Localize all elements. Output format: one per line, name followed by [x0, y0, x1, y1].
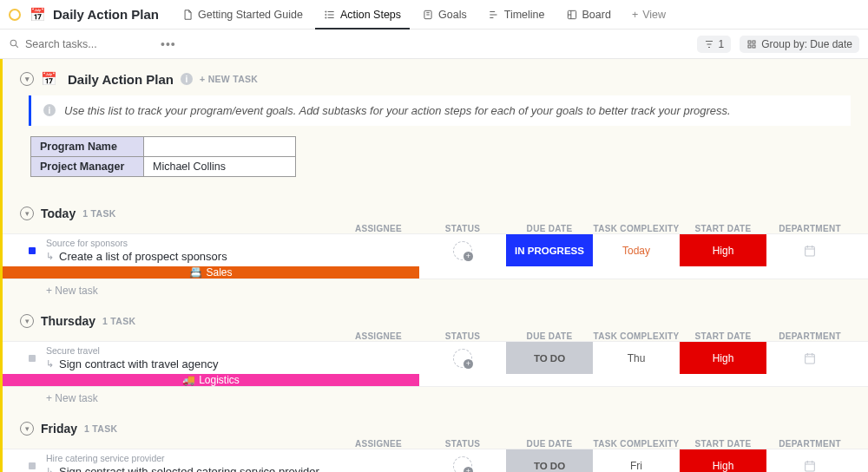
col-due-date: DUE DATE	[506, 331, 593, 341]
status-cell[interactable]: IN PROGRESS	[506, 234, 593, 266]
assignee-cell[interactable]	[419, 342, 506, 374]
col-assignee: ASSIGNEE	[3, 331, 419, 341]
svg-point-0	[326, 10, 326, 11]
subtask-icon: ↳	[46, 466, 54, 472]
column-headers: ASSIGNEESTATUSDUE DATETASK COMPLEXITYSTA…	[3, 439, 868, 449]
department-cell[interactable]: 🚚Logistics	[3, 374, 419, 386]
col-department: DEPARTMENT	[766, 439, 853, 449]
col-start-date: START DATE	[680, 439, 766, 449]
start-date-cell[interactable]	[766, 234, 853, 266]
task-main: Secure travel↳Sign contract with travel …	[3, 342, 419, 374]
top-bar: 📅 Daily Action Plan Getting Started Guid…	[0, 0, 868, 30]
page-title: Daily Action Plan	[53, 7, 159, 22]
task-row[interactable]: Source for sponsors↳Create a list of pro…	[3, 233, 868, 279]
info-table: Program Name Project Manager Michael Col…	[30, 136, 296, 177]
due-date-cell[interactable]: Fri	[593, 449, 680, 472]
svg-rect-7	[753, 41, 755, 43]
tab-label: Board	[582, 9, 611, 21]
group-header: ▾Today1 TASK	[3, 191, 868, 224]
collapse-toggle[interactable]: ▾	[20, 422, 34, 436]
new-task-button[interactable]: + New task	[3, 387, 868, 406]
department-emoji-icon: 🚚	[182, 374, 195, 386]
col-complexity: TASK COMPLEXITY	[593, 331, 680, 341]
filter-button[interactable]: 1	[697, 36, 732, 53]
start-date-cell[interactable]	[766, 342, 853, 374]
tab-timeline[interactable]: Timeline	[479, 0, 554, 30]
group-title: Friday	[41, 422, 77, 436]
calendar-icon: 📅	[41, 71, 57, 87]
tab-label: Action Steps	[340, 9, 401, 21]
info-icon[interactable]: i	[181, 73, 193, 85]
document-icon	[181, 9, 194, 21]
tab-action-steps[interactable]: Action Steps	[315, 0, 410, 30]
search-container	[9, 38, 147, 50]
task-title[interactable]: ↳Sign contract with selected catering se…	[46, 465, 419, 472]
status-square-icon[interactable]	[29, 462, 36, 469]
svg-point-5	[10, 40, 16, 46]
filter-icon	[704, 39, 714, 49]
toolbar: ••• 1 Group by: Due date	[0, 30, 868, 59]
due-date-cell[interactable]: Thu	[593, 342, 680, 374]
program-name-key: Program Name	[31, 137, 144, 157]
start-date-cell[interactable]	[766, 449, 853, 472]
task-row[interactable]: Hire catering service provider↳Sign cont…	[3, 449, 868, 472]
column-headers: ASSIGNEESTATUSDUE DATETASK COMPLEXITYSTA…	[3, 331, 868, 341]
col-status: STATUS	[419, 224, 506, 233]
svg-rect-6	[748, 41, 751, 43]
collapse-toggle[interactable]: ▾	[20, 206, 34, 220]
department-cell[interactable]: 📇Sales	[3, 266, 419, 279]
column-headers: ASSIGNEESTATUSDUE DATETASK COMPLEXITYSTA…	[3, 224, 868, 233]
complexity-cell[interactable]: High	[680, 234, 766, 266]
program-name-value[interactable]	[144, 137, 296, 157]
search-input[interactable]	[25, 38, 147, 50]
project-manager-value[interactable]: Michael Collins	[144, 157, 296, 177]
due-date-cell[interactable]: Today	[593, 234, 680, 266]
group-by-label: Group by: Due date	[761, 38, 852, 50]
collapse-toggle[interactable]: ▾	[20, 72, 34, 86]
complexity-cell[interactable]: High	[680, 342, 766, 374]
tab-board[interactable]: Board	[557, 0, 620, 30]
home-icon[interactable]	[9, 9, 21, 21]
status-square-icon[interactable]	[29, 355, 36, 362]
board-icon	[566, 9, 578, 21]
task-title[interactable]: ↳Create a list of prospect sponsors	[46, 250, 419, 263]
new-task-button[interactable]: + New task	[3, 279, 868, 298]
col-due-date: DUE DATE	[506, 224, 593, 233]
tab-getting-started[interactable]: Getting Started Guide	[173, 0, 312, 30]
task-main: Source for sponsors↳Create a list of pro…	[3, 234, 419, 266]
assignee-cell[interactable]	[419, 449, 506, 472]
col-department: DEPARTMENT	[766, 224, 853, 233]
collapse-toggle[interactable]: ▾	[20, 314, 34, 328]
assign-avatar-icon[interactable]	[453, 456, 472, 473]
timeline-icon	[488, 9, 500, 21]
col-start-date: START DATE	[680, 331, 766, 341]
assignee-cell[interactable]	[419, 234, 506, 266]
col-status: STATUS	[419, 439, 506, 449]
task-title[interactable]: ↳Sign contract with travel agency	[46, 357, 419, 370]
complexity-cell[interactable]: High	[680, 449, 766, 472]
group-by-button[interactable]: Group by: Due date	[740, 36, 859, 53]
add-view-button[interactable]: + View	[623, 0, 674, 30]
tab-goals[interactable]: Goals	[413, 0, 476, 30]
list-icon	[324, 9, 336, 21]
status-square-icon[interactable]	[29, 247, 36, 254]
col-department: DEPARTMENT	[766, 331, 853, 341]
filter-count: 1	[719, 38, 725, 50]
section-title: Daily Action Plan	[68, 72, 174, 87]
status-cell[interactable]: TO DO	[506, 342, 593, 374]
assign-avatar-icon[interactable]	[453, 241, 472, 260]
group-title: Thursday	[41, 314, 95, 328]
task-row[interactable]: Secure travel↳Sign contract with travel …	[3, 341, 868, 387]
col-assignee: ASSIGNEE	[3, 224, 419, 233]
overflow-menu[interactable]: •••	[155, 37, 181, 51]
task-parent: Hire catering service provider	[46, 453, 419, 463]
search-icon	[9, 38, 20, 49]
status-cell[interactable]: TO DO	[506, 449, 593, 472]
svg-rect-12	[806, 462, 815, 471]
new-task-button[interactable]: + NEW TASK	[200, 74, 258, 84]
assign-avatar-icon[interactable]	[453, 349, 472, 368]
svg-rect-8	[748, 45, 751, 48]
svg-rect-10	[806, 246, 815, 256]
col-status: STATUS	[419, 331, 506, 341]
task-parent: Source for sponsors	[46, 238, 419, 248]
